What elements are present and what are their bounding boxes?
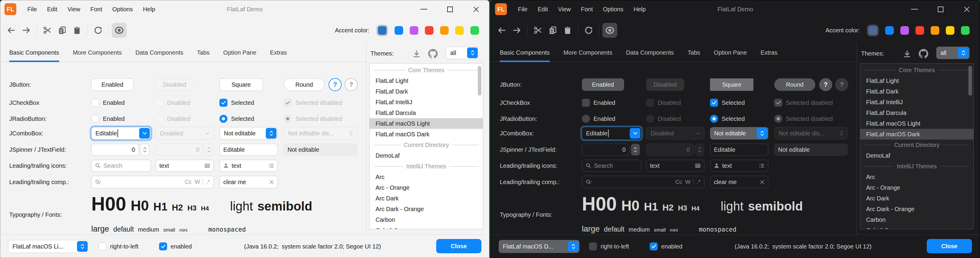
- theme-item[interactable]: DemoLaf: [369, 150, 483, 161]
- tab-tabs[interactable]: Tabs: [688, 49, 700, 62]
- accent-swatch-red[interactable]: [425, 26, 434, 35]
- spinner[interactable]: 0: [91, 144, 149, 155]
- editable-textfield[interactable]: Editable: [710, 144, 768, 155]
- menu-view[interactable]: View: [62, 0, 85, 18]
- tab-option-pane[interactable]: Option Pane: [223, 49, 256, 62]
- theme-item[interactable]: FlatLaf Dark: [369, 86, 483, 97]
- theme-item[interactable]: Arc: [369, 172, 483, 182]
- checkbox-selected[interactable]: Selected: [220, 99, 254, 107]
- back-button[interactable]: [495, 23, 509, 38]
- menu-font[interactable]: Font: [85, 0, 107, 18]
- close-button[interactable]: Close: [436, 239, 481, 253]
- help-button[interactable]: ?: [329, 78, 342, 91]
- menu-options[interactable]: Options: [598, 0, 628, 18]
- github-link-button[interactable]: [919, 49, 928, 59]
- round-button[interactable]: Round: [284, 78, 325, 91]
- theme-item[interactable]: Arc: [860, 172, 974, 182]
- radio-selected[interactable]: Selected: [220, 115, 254, 123]
- theme-item[interactable]: Carbon: [860, 214, 974, 225]
- theme-item[interactable]: Carbon: [369, 214, 483, 225]
- regex-button[interactable]: .*: [697, 179, 700, 185]
- radio-enabled[interactable]: Enabled: [582, 115, 615, 123]
- spinner-arrows[interactable]: [140, 144, 149, 155]
- spinner[interactable]: 0: [582, 144, 640, 155]
- github-link-button[interactable]: [428, 49, 438, 59]
- combobox-updown-button[interactable]: [757, 128, 767, 139]
- enabled-checkbox[interactable]: enabled: [159, 242, 192, 250]
- checkbox-selected[interactable]: Selected: [710, 99, 745, 107]
- menu-file[interactable]: File: [22, 0, 42, 18]
- search-with-options-field[interactable]: Cc W .*: [91, 176, 214, 188]
- match-case-button[interactable]: Cc: [185, 179, 191, 185]
- close-window-button[interactable]: [953, 0, 980, 18]
- download-theme-button[interactable]: [413, 50, 420, 58]
- calendar-grid-icon[interactable]: [205, 163, 210, 168]
- theme-item[interactable]: FlatLaf Darcula: [860, 108, 974, 118]
- tab-more-components[interactable]: More Components: [73, 49, 122, 62]
- tab-extras[interactable]: Extras: [760, 49, 778, 62]
- text-field-calendar[interactable]: text: [646, 160, 705, 172]
- tab-more-components[interactable]: More Components: [563, 49, 612, 62]
- inspect-toggle-button[interactable]: [112, 23, 127, 38]
- whole-words-button[interactable]: W: [194, 179, 200, 185]
- themes-list[interactable]: Core Themes FlatLaf Light FlatLaf Dark F…: [860, 63, 974, 229]
- combobox-dropdown-button[interactable]: [139, 128, 150, 139]
- tab-extras[interactable]: Extras: [270, 49, 287, 62]
- refresh-button[interactable]: [581, 23, 596, 38]
- tab-data-components[interactable]: Data Components: [626, 49, 674, 62]
- search-dropdown-icon[interactable]: [95, 179, 102, 185]
- refresh-button[interactable]: [91, 23, 105, 38]
- forward-button[interactable]: [19, 23, 33, 38]
- calendar-grid-icon[interactable]: [695, 163, 700, 168]
- accent-swatch-purple[interactable]: [410, 26, 418, 35]
- tab-data-components[interactable]: Data Components: [135, 49, 183, 62]
- right-to-left-checkbox[interactable]: right-to-left: [589, 242, 629, 250]
- theme-item[interactable]: Cobalt 2: [860, 225, 974, 229]
- menu-edit[interactable]: Edit: [42, 0, 62, 18]
- text-field-person[interactable]: text: [220, 160, 278, 172]
- combobox-updown-button[interactable]: [568, 241, 579, 252]
- maximize-button[interactable]: [437, 0, 463, 18]
- search-dropdown-icon[interactable]: [586, 179, 592, 185]
- checkbox-enabled[interactable]: Enabled: [582, 99, 615, 107]
- enabled-button[interactable]: Enabled: [91, 78, 134, 91]
- theme-item[interactable]: Arc Dark: [369, 193, 483, 204]
- accent-swatch-red[interactable]: [915, 26, 924, 35]
- theme-item[interactable]: DemoLaf: [860, 150, 974, 161]
- combobox-dropdown-button[interactable]: [630, 128, 640, 139]
- menu-help[interactable]: Help: [628, 0, 651, 18]
- spinner-value[interactable]: 0: [582, 144, 630, 155]
- theme-item[interactable]: FlatLaf IntelliJ: [860, 97, 974, 108]
- lookandfeel-combobox[interactable]: FlatLaf macOS Li...: [8, 240, 89, 253]
- editable-textfield[interactable]: Editable: [220, 144, 278, 155]
- theme-item[interactable]: FlatLaf Light: [860, 75, 974, 86]
- accent-swatch-blue[interactable]: [885, 26, 894, 35]
- clear-x-icon[interactable]: [760, 180, 764, 184]
- combobox-updown-button[interactable]: [266, 128, 277, 139]
- theme-item[interactable]: Arc Dark - Orange: [369, 204, 483, 214]
- theme-item[interactable]: FlatLaf macOS Light: [369, 118, 483, 129]
- radio-selected[interactable]: Selected: [710, 115, 745, 123]
- enabled-button[interactable]: Enabled: [582, 78, 624, 91]
- copy-button[interactable]: [545, 23, 560, 38]
- copy-button[interactable]: [55, 23, 70, 38]
- help-button[interactable]: ?: [819, 78, 832, 91]
- menu-edit[interactable]: Edit: [533, 0, 553, 18]
- theme-item[interactable]: FlatLaf IntelliJ: [369, 97, 483, 108]
- menu-font[interactable]: Font: [576, 0, 598, 18]
- noneditable-combobox[interactable]: Not editable: [710, 127, 768, 139]
- theme-item[interactable]: FlatLaf macOS Dark: [369, 129, 483, 139]
- right-to-left-checkbox[interactable]: right-to-left: [99, 242, 138, 250]
- spinner-value[interactable]: 0: [91, 144, 139, 155]
- noneditable-combobox[interactable]: Not editable: [220, 127, 278, 139]
- paste-button[interactable]: [70, 23, 84, 38]
- theme-item[interactable]: FlatLaf macOS Light: [860, 118, 974, 129]
- theme-item[interactable]: FlatLaf Light: [369, 75, 483, 86]
- theme-item[interactable]: Arc Dark: [860, 193, 974, 204]
- clear-x-icon[interactable]: [269, 180, 274, 184]
- tab-option-pane[interactable]: Option Pane: [714, 49, 747, 62]
- paste-button[interactable]: [560, 23, 575, 38]
- themes-scrollbar[interactable]: [478, 66, 481, 96]
- search-with-options-field[interactable]: Cc W .*: [582, 176, 705, 188]
- text-field-calendar[interactable]: text: [156, 160, 214, 172]
